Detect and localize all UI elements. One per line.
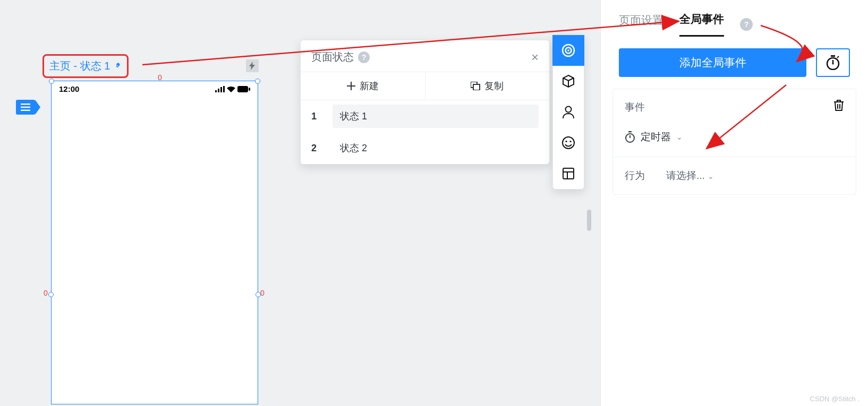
phone-status-bar: 12:00 [52,81,258,97]
cube-icon [561,74,575,88]
add-timer-button[interactable] [816,48,850,77]
tab-global-events[interactable]: 全局事件 [679,12,724,37]
svg-rect-19 [831,55,835,57]
dimension-top: 0 [158,73,162,82]
tool-emoji[interactable] [552,127,584,158]
svg-rect-0 [21,103,30,105]
tool-cube[interactable] [552,66,584,97]
stopwatch-icon [625,131,635,143]
plus-icon [347,82,355,90]
svg-rect-4 [218,89,219,92]
svg-rect-6 [223,86,225,92]
svg-rect-7 [237,86,248,92]
right-panel: 页面设置 全局事件 ? 添加全局事件 事件 定时器 ⌄ 行为 请选择... ⌄ [600,0,868,406]
layout-icon [562,167,575,180]
help-icon[interactable]: ? [358,51,370,63]
svg-rect-8 [249,88,250,91]
svg-point-22 [832,63,834,65]
tool-user[interactable] [552,97,584,127]
svg-point-13 [567,49,569,51]
page-state-popover: 页面状态 ? × 新建 复制 1 状态 1 2 状态 2 [300,40,550,165]
selection-handle[interactable] [255,79,260,84]
svg-point-15 [563,137,574,149]
dimension-left: 0 [44,289,48,297]
svg-point-14 [566,107,572,113]
action-label: 行为 [625,169,645,183]
chevron-down-icon: ⌄ [708,172,714,180]
svg-point-17 [569,141,571,142]
scrollbar-thumb[interactable] [587,210,591,231]
smile-icon [561,136,575,150]
selection-handle[interactable] [48,292,54,297]
dimension-right: 0 [260,289,265,297]
event-card: 事件 定时器 ⌄ 行为 请选择... ⌄ [612,89,856,195]
stopwatch-icon [826,55,840,70]
svg-rect-2 [21,110,30,111]
svg-rect-18 [563,168,574,179]
add-global-event-button[interactable]: 添加全局事件 [619,48,806,77]
chevron-down-icon: ⌄ [676,133,683,141]
delete-event-button[interactable] [833,100,844,114]
gear-icon [113,62,122,71]
lightning-button[interactable] [246,59,259,72]
battery-icon [237,86,250,92]
tab-page-settings[interactable]: 页面设置 [619,13,663,36]
svg-line-20 [837,56,839,58]
state-row[interactable]: 1 状态 1 [301,100,549,132]
svg-rect-23 [628,131,632,132]
selection-handle[interactable] [49,79,54,84]
svg-rect-10 [473,84,480,90]
wifi-icon [227,86,235,92]
menu-icon [21,103,30,111]
phone-canvas[interactable]: 12:00 [51,81,258,404]
help-icon[interactable]: ? [740,18,753,31]
tool-target[interactable] [552,35,584,66]
svg-point-16 [565,141,567,142]
user-icon [562,105,575,119]
svg-rect-5 [220,87,222,92]
copy-state-button[interactable]: 复制 [426,72,550,100]
state-row[interactable]: 2 状态 2 [301,132,549,164]
trash-icon [833,100,844,111]
tool-layout[interactable] [552,158,584,189]
new-state-button[interactable]: 新建 [301,72,425,100]
popover-title: 页面状态 [311,50,354,64]
watermark: CSDN @Stitch . [810,395,860,403]
close-icon[interactable]: × [531,51,539,64]
lightning-icon [249,62,256,70]
copy-icon [471,82,480,90]
page-state-label: 主页 - 状态 1 [49,59,110,73]
phone-time: 12:00 [59,84,79,93]
event-section-label: 事件 [625,100,645,114]
event-type-selector[interactable]: 定时器 ⌄ [613,125,856,157]
tool-strip [552,34,584,189]
signal-icon [215,86,225,92]
svg-rect-3 [215,90,217,92]
svg-rect-1 [21,107,30,108]
page-state-breadcrumb[interactable]: 主页 - 状态 1 [42,54,129,78]
target-icon [561,44,575,57]
page-tree-toggle[interactable] [16,100,35,115]
action-selector[interactable]: 请选择... ⌄ [666,169,714,183]
